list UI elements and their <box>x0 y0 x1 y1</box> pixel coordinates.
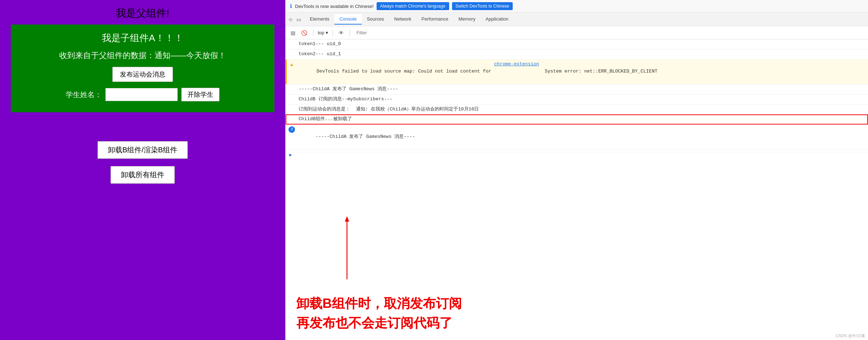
console-filter-input[interactable] <box>354 29 864 36</box>
always-match-button[interactable]: Always match Chrome's language <box>377 2 449 10</box>
console-line-arrow: ▶ <box>286 150 868 152</box>
clear-console-icon[interactable]: 🚫 <box>300 29 309 36</box>
tab-sources[interactable]: Sources <box>362 14 389 25</box>
expand-arrow-icon[interactable]: ▶ <box>289 152 292 159</box>
watermark: CSDN @作/汉素 <box>836 333 865 339</box>
expel-button[interactable]: 开除学生 <box>181 88 220 101</box>
devtools-cursor-icon[interactable]: ⊹ <box>288 17 293 22</box>
eye-icon[interactable]: 👁 <box>337 29 345 36</box>
right-panel: ℹ DevTools is now available in Chinese! … <box>285 0 868 340</box>
console-line: 订阅到运动会的消息是： 通知: 在我校（ChildA）举办运动会的时间定于10月… <box>286 105 868 115</box>
child-a-box: 我是子组件A！！！ 收到来自于父组件的数据：通知——今天放假！ 发布运动会消息 … <box>11 25 274 112</box>
devtools-notification: ℹ DevTools is now available in Chinese! … <box>286 0 868 13</box>
notification-text: DevTools is now available in Chinese! <box>295 4 374 9</box>
console-line-counter: 3 -----ChildA 发布了 GamesNews 消息---- <box>286 125 868 149</box>
console-line-highlighted: ChildB组件...被卸载了 <box>286 114 868 125</box>
toolbar-separator <box>313 30 313 36</box>
tab-performance[interactable]: Performance <box>416 14 453 25</box>
left-panel: 我是父组件! 我是子组件A！！！ 收到来自于父组件的数据：通知——今天放假！ 发… <box>0 0 285 340</box>
unload-b-button[interactable]: 卸载B组件/渲染B组件 <box>97 141 188 159</box>
devtools-device-icon[interactable]: ▭ <box>296 17 301 22</box>
chrome-extension-link[interactable]: chrome-extension <box>494 61 539 68</box>
student-name-input[interactable] <box>105 88 178 101</box>
top-selector-label: top <box>318 30 324 35</box>
devtools-toolbar: ▤ 🚫 top ▾ 👁 <box>286 26 868 39</box>
child-a-title: 我是子组件A！！！ <box>102 32 183 44</box>
student-row: 学生姓名： 开除学生 <box>66 88 220 101</box>
tab-console[interactable]: Console <box>334 14 362 25</box>
tab-memory[interactable]: Memory <box>453 14 481 25</box>
top-selector[interactable]: top ▾ <box>318 30 328 35</box>
tab-network[interactable]: Network <box>389 14 417 25</box>
student-label: 学生姓名： <box>66 90 102 100</box>
console-line: token2--- uid_1 <box>286 49 868 60</box>
parent-title: 我是父组件! <box>116 6 169 20</box>
tab-application[interactable]: Application <box>481 14 514 25</box>
switch-language-button[interactable]: Switch DevTools to Chinese <box>452 2 513 10</box>
chevron-down-icon: ▾ <box>326 30 328 35</box>
devtools-tabs: ⊹ ▭ Elements Console Sources Network Per… <box>286 13 868 26</box>
publish-button[interactable]: 发布运动会消息 <box>112 67 173 82</box>
toolbar-separator-2 <box>333 30 333 36</box>
console-line: token1--- uid_0 <box>286 39 868 49</box>
sidebar-toggle-icon[interactable]: ▤ <box>289 29 297 36</box>
counter-badge: 3 <box>288 126 295 133</box>
child-a-data: 收到来自于父组件的数据：通知——今天放假！ <box>59 50 226 61</box>
tab-elements[interactable]: Elements <box>305 14 334 25</box>
info-icon: ℹ <box>290 3 292 9</box>
unload-all-button[interactable]: 卸载所有组件 <box>110 166 175 184</box>
console-line: -----ChildA 发布了 GamesNews 消息---- <box>286 84 868 95</box>
console-output: token1--- uid_0 token2--- uid_1 ▲ DevToo… <box>286 39 868 340</box>
toolbar-separator-3 <box>350 30 350 36</box>
console-line-warning: ▲ DevTools failed to load source map: Co… <box>286 60 868 84</box>
warning-icon: ▲ <box>290 61 293 69</box>
console-line: ChildB 订阅的消息--mySubscribers--- <box>286 95 868 105</box>
bottom-buttons: 卸载B组件/渲染B组件 卸载所有组件 <box>97 141 188 184</box>
